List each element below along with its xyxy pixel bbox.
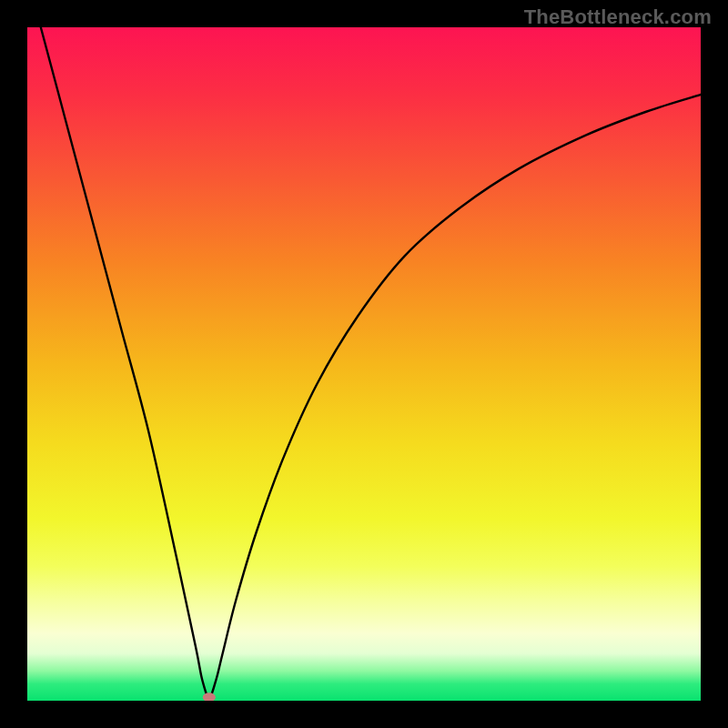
plot-area (27, 27, 701, 701)
chart-svg (27, 27, 701, 701)
chart-container: TheBottleneck.com (0, 0, 728, 728)
watermark-text: TheBottleneck.com (524, 5, 712, 29)
